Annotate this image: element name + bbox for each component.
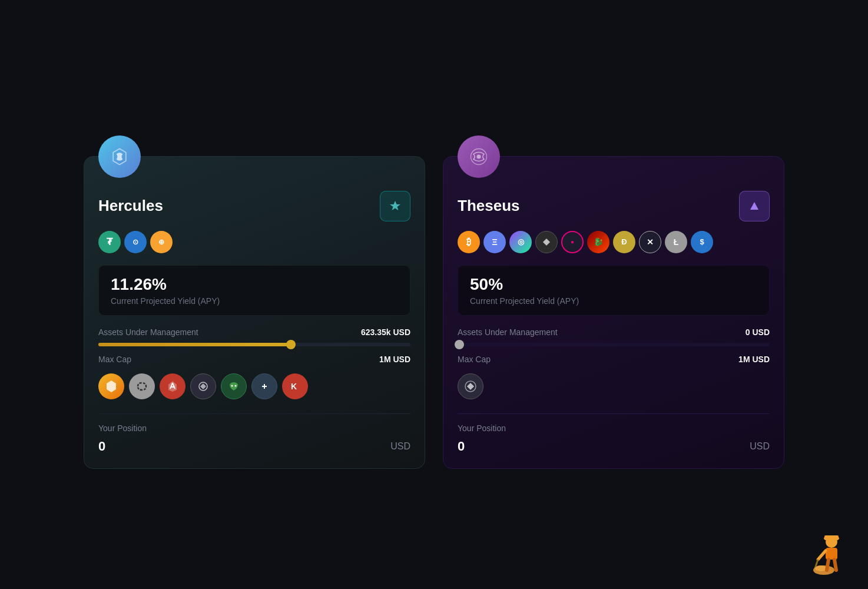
theseus-progress-fill (458, 343, 460, 346)
protocol-arbitrum (160, 373, 185, 399)
protocol-synthetix (98, 373, 124, 399)
svg-line-18 (834, 560, 836, 570)
hercules-position-label: Your Position (98, 423, 410, 433)
theseus-maxcap-value: 1M USD (738, 355, 770, 364)
hercules-position-currency: USD (390, 441, 410, 452)
hercules-card: Hercules ₮ ⊙ ⊕ 11.26% Current Projected … (84, 156, 425, 469)
theseus-token-icons: ₿ Ξ ◎ ● 🐉 Ð ✕ Ł $ (458, 231, 770, 253)
theseus-apy-value: 50% (470, 275, 757, 294)
svg-point-2 (235, 385, 237, 386)
token-mantle (535, 231, 558, 253)
svg-text:K: K (291, 382, 297, 391)
theseus-position-row: 0 USD (458, 439, 770, 454)
hercules-card-header: Hercules (98, 191, 410, 221)
token-ethereum: Ξ (483, 231, 506, 253)
hercules-action-button[interactable] (380, 191, 410, 221)
hercules-position-section: Your Position 0 USD (98, 423, 410, 454)
svg-line-17 (827, 560, 829, 570)
theseus-position-section: Your Position 0 USD (458, 423, 770, 454)
hercules-apy-box: 11.26% Current Projected Yield (APY) (98, 265, 410, 316)
theseus-progress-bar (458, 343, 770, 346)
protocol-mantle (190, 373, 216, 399)
theseus-divider (458, 413, 770, 414)
protocol-loop (129, 373, 155, 399)
hercules-position-row: 0 USD (98, 439, 410, 454)
hercules-title: Hercules (98, 197, 163, 215)
hercules-progress-bar (98, 343, 410, 346)
hercules-token-icons: ₮ ⊙ ⊕ (98, 231, 410, 253)
theseus-card-header: Theseus (458, 191, 770, 221)
hercules-apy-label: Current Projected Yield (APY) (111, 296, 398, 306)
protocol-kwenta: K (282, 373, 308, 399)
token-bitcoin: ₿ (458, 231, 480, 253)
hercules-logo (98, 135, 141, 178)
token-dragon: 🐉 (587, 231, 609, 253)
hercules-maxcap-value: 1M USD (379, 355, 410, 364)
token-usdt: ₮ (98, 231, 121, 253)
hercules-progress-fill (98, 343, 292, 346)
theseus-apy-box: 50% Current Projected Yield (APY) (458, 265, 770, 316)
hercules-divider (98, 413, 410, 414)
hercules-aum-label: Assets Under Management (98, 327, 198, 337)
hercules-maxcap-row: Max Cap 1M USD (98, 355, 410, 364)
theseus-maxcap-label: Max Cap (458, 355, 491, 364)
theseus-logo (458, 135, 500, 178)
protocol-theseus-mantle (458, 373, 483, 399)
hercules-apy-value: 11.26% (111, 275, 398, 294)
cards-container: Hercules ₮ ⊙ ⊕ 11.26% Current Projected … (84, 121, 784, 469)
token-usdc: $ (691, 231, 713, 253)
hercules-aum-row: Assets Under Management 623.35k USD (98, 327, 410, 337)
construction-worker-icon (809, 530, 856, 577)
token-solana: ◎ (509, 231, 532, 253)
hercules-position-value: 0 (98, 439, 105, 454)
token-litecoin: Ł (665, 231, 687, 253)
protocol-beefy (221, 373, 247, 399)
theseus-action-button[interactable] (739, 191, 770, 221)
token-dot: ● (561, 231, 584, 253)
theseus-apy-label: Current Projected Yield (APY) (470, 296, 757, 306)
theseus-position-value: 0 (458, 439, 465, 454)
theseus-card: Theseus ₿ Ξ ◎ ● 🐉 Ð ✕ Ł $ (443, 156, 784, 469)
theseus-aum-label: Assets Under Management (458, 327, 558, 337)
token-usdb: ⊕ (150, 231, 173, 253)
svg-line-13 (818, 551, 826, 560)
token-usdbc: ⊙ (124, 231, 147, 253)
svg-rect-12 (826, 548, 837, 560)
svg-point-7 (476, 154, 481, 158)
token-xrp: ✕ (639, 231, 661, 253)
theseus-aum-value: 0 USD (746, 327, 770, 337)
theseus-title: Theseus (458, 197, 520, 215)
theseus-protocol-icons (458, 373, 770, 399)
hercules-aum-value: 623.35k USD (361, 327, 410, 337)
theseus-position-currency: USD (750, 441, 770, 452)
theseus-maxcap-row: Max Cap 1M USD (458, 355, 770, 364)
hercules-protocol-icons: K (98, 373, 410, 399)
hercules-maxcap-label: Max Cap (98, 355, 131, 364)
protocol-extra (251, 373, 277, 399)
svg-point-1 (231, 385, 233, 386)
svg-point-16 (815, 565, 827, 571)
token-doge: Ð (613, 231, 635, 253)
svg-rect-11 (824, 535, 839, 538)
theseus-position-label: Your Position (458, 423, 770, 433)
theseus-aum-row: Assets Under Management 0 USD (458, 327, 770, 337)
